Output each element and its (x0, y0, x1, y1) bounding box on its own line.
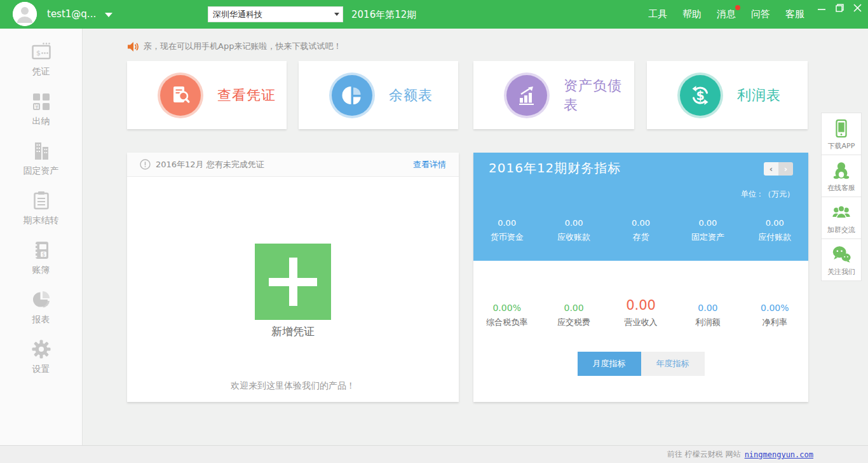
company-select-value: 深圳华通科技 (213, 9, 262, 20)
website-link[interactable]: ningmengyun.com (745, 450, 813, 459)
select-caret-icon (334, 13, 339, 16)
period-end-icon (30, 189, 53, 212)
username-menu[interactable]: test1@q... (47, 8, 96, 20)
stat-monetary-funds: 0.00 货币资金 (473, 218, 540, 243)
svg-text:$: $ (36, 49, 41, 57)
titlebar: test1@q... 深圳华通科技 2016年第12期 工具 帮助 消息 问答 … (0, 0, 868, 29)
footer: 前往 柠檬云财税 网站 ningmengyun.com (0, 445, 868, 463)
sidebar-item-label: 期末结转 (24, 215, 59, 226)
view-details-link[interactable]: 查看详情 (413, 159, 446, 170)
card-profit-sheet[interactable]: $ 利润表 (647, 61, 808, 129)
sidebar-item-period-end[interactable]: 期末结转 (0, 189, 82, 238)
voucher-icon: $ (30, 40, 53, 63)
view-voucher-icon (160, 75, 201, 116)
stat-label: 应收账款 (540, 232, 607, 243)
stat-accounts-receivable: 0.00 应收账款 (540, 218, 607, 243)
company-select[interactable]: 深圳华通科技 (208, 6, 343, 22)
menu-item-support[interactable]: 客服 (785, 8, 804, 20)
stat-value: 0.00 (674, 218, 741, 228)
period-label: 2016年第12期 (351, 9, 416, 21)
follow-us-button[interactable]: 关注我们 (821, 238, 862, 281)
svg-text:$: $ (696, 88, 704, 102)
sidebar-item-label: 出纳 (32, 116, 50, 127)
sidebar-item-ledger[interactable]: $ 账簿 (0, 238, 82, 288)
join-group-button[interactable]: 加群交流 (821, 197, 862, 239)
close-button[interactable] (851, 3, 863, 13)
online-support-button[interactable]: 在线客服 (821, 155, 862, 197)
voucher-panel-header: 2016年12月 您有未完成凭证 查看详情 (127, 153, 459, 177)
avatar[interactable] (13, 2, 37, 26)
stat-tax-payable: 0.00 应交税费 (540, 303, 607, 328)
stat-label: 净利率 (742, 317, 808, 328)
card-label: 余额表 (389, 86, 433, 105)
sidebar-item-cashier[interactable]: ¥ 出纳 (0, 90, 82, 139)
card-asset-liability[interactable]: 资产负债表 (473, 61, 634, 129)
profit-sheet-icon: $ (680, 75, 721, 116)
speaker-icon (127, 41, 139, 52)
menu-item-qa[interactable]: 问答 (751, 8, 770, 20)
maximize-button[interactable] (834, 3, 845, 13)
sidebar-item-settings[interactable]: 设置 (0, 338, 82, 387)
stat-tax-burden-rate: 0.00% 综合税负率 (473, 303, 540, 328)
menu-item-messages-label: 消息 (717, 8, 736, 20)
voucher-panel: 2016年12月 您有未完成凭证 查看详情 新增凭证 欢迎来到这里体验我们的产品… (127, 153, 459, 402)
sidebar-item-label: 固定资产 (24, 165, 59, 177)
group-icon (831, 202, 851, 223)
cashier-icon: ¥ (30, 90, 53, 113)
card-view-voucher[interactable]: 查看凭证 (127, 61, 287, 129)
card-label: 查看凭证 (217, 86, 276, 105)
stat-profit: 0.00 利润额 (674, 303, 741, 328)
voucher-status-text: 2016年12月 您有未完成凭证 (156, 159, 264, 170)
sidebar-item-label: 账簿 (32, 265, 50, 276)
bottom-stats-row: 0.00% 综合税负率 0.00 应交税费 0.00 营业收入 0.00 利润额… (473, 298, 808, 328)
maximize-icon (836, 4, 844, 12)
menu-item-help[interactable]: 帮助 (682, 8, 702, 20)
stat-label: 利润额 (674, 317, 741, 328)
stat-label: 应付账款 (742, 232, 808, 243)
qq-icon (831, 160, 851, 181)
notice-text: 亲，现在可以用手机App来记账啦，快来下载试试吧！ (144, 41, 341, 52)
sidebar-item-reports[interactable]: 报表 (0, 288, 82, 338)
float-menu: 下载APP 在线客服 加群交流 (821, 113, 862, 281)
tab-monthly-indicators[interactable]: 月度指标 (578, 352, 641, 376)
period-pager: ‹ › (764, 162, 793, 176)
sidebar-item-voucher[interactable]: $ 凭证 (0, 40, 82, 90)
prev-period-button[interactable]: ‹ (764, 162, 778, 176)
stat-value: 0.00% (473, 303, 540, 313)
stat-value: 0.00% (742, 303, 808, 313)
stat-label: 综合税负率 (473, 317, 540, 328)
stat-fixed-assets: 0.00 固定资产 (674, 218, 741, 243)
card-balance-sheet[interactable]: 余额表 (299, 61, 458, 129)
tab-annual-indicators[interactable]: 年度指标 (641, 352, 705, 376)
sidebar-item-fixed-assets[interactable]: 固定资产 (0, 139, 82, 189)
minimize-button[interactable] (816, 3, 827, 13)
plus-icon (289, 258, 297, 306)
stat-label: 应交税费 (540, 317, 607, 328)
svg-text:¥: ¥ (35, 104, 39, 110)
stat-value: 0.00 (607, 218, 674, 228)
app-promo-notice: 亲，现在可以用手机App来记账啦，快来下载试试吧！ (127, 41, 341, 52)
phone-icon (831, 118, 851, 139)
svg-text:$: $ (42, 252, 45, 258)
menu-item-tools[interactable]: 工具 (648, 8, 667, 20)
add-voucher-button[interactable] (255, 244, 331, 320)
menu-item-messages[interactable]: 消息 (717, 8, 736, 20)
card-label: 资产负债表 (564, 76, 634, 114)
indicator-tabs: 月度指标 年度指标 (473, 352, 808, 376)
stat-label: 固定资产 (674, 232, 741, 243)
stat-label: 营业收入 (607, 317, 674, 328)
stat-label: 货币资金 (473, 232, 540, 243)
stat-value: 0.00 (540, 218, 607, 228)
stat-value: 0.00 (674, 303, 741, 313)
unit-label: 单位：（万元） (741, 189, 794, 200)
float-label: 下载APP (828, 141, 855, 151)
window-controls (816, 3, 863, 13)
stat-operating-income: 0.00 营业收入 (607, 298, 674, 328)
footer-text: 前往 柠檬云财税 网站 (667, 449, 741, 460)
download-app-button[interactable]: 下载APP (821, 113, 862, 155)
ledger-icon: $ (30, 238, 53, 261)
next-period-button[interactable]: › (778, 162, 793, 176)
minimize-icon (818, 4, 825, 11)
chevron-down-icon[interactable] (105, 13, 112, 17)
stat-value: 0.00 (742, 218, 808, 228)
